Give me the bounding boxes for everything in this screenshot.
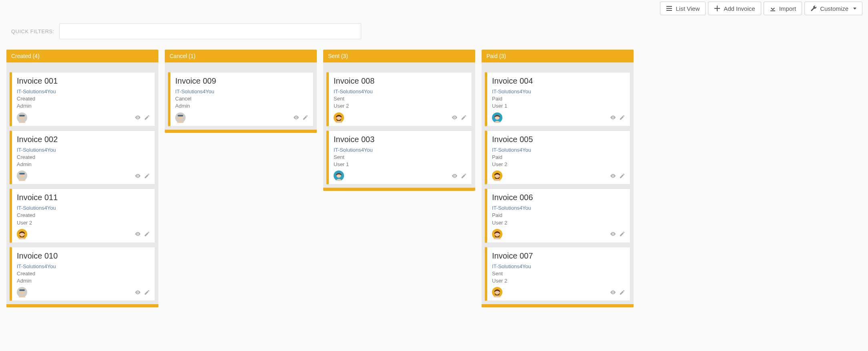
edit-icon[interactable] — [619, 114, 625, 120]
edit-icon[interactable] — [619, 289, 625, 295]
view-icon[interactable] — [610, 114, 616, 120]
card-title: Invoice 007 — [492, 251, 625, 261]
view-icon[interactable] — [452, 114, 458, 120]
card-title: Invoice 008 — [334, 76, 467, 86]
card-organization[interactable]: IT-Solutions4You — [492, 88, 625, 95]
edit-icon[interactable] — [461, 173, 467, 179]
view-icon[interactable] — [135, 114, 141, 120]
card-footer — [492, 287, 625, 297]
view-icon[interactable] — [610, 289, 616, 295]
view-icon[interactable] — [610, 173, 616, 179]
avatar — [17, 287, 27, 297]
invoice-card[interactable]: Invoice 010IT-Solutions4YouCreatedAdmin — [10, 247, 155, 301]
svg-rect-5 — [770, 10, 775, 11]
card-actions — [135, 173, 150, 179]
card-organization[interactable]: IT-Solutions4You — [17, 146, 150, 154]
view-icon[interactable] — [135, 231, 141, 237]
column-body[interactable]: Invoice 004IT-Solutions4YouPaidUser 1Inv… — [482, 62, 634, 304]
invoice-card[interactable]: Invoice 009IT-Solutions4YouCancelAdmin — [168, 72, 314, 126]
card-title: Invoice 005 — [492, 135, 625, 144]
avatar — [17, 112, 27, 123]
column-footer — [323, 188, 475, 191]
import-button[interactable]: Import — [764, 2, 802, 15]
card-actions — [135, 289, 150, 295]
view-icon[interactable] — [135, 173, 141, 179]
card-actions — [452, 114, 467, 120]
card-user: Admin — [17, 161, 150, 168]
view-icon[interactable] — [452, 173, 458, 179]
card-actions — [610, 173, 625, 179]
avatar — [492, 112, 502, 123]
invoice-card[interactable]: Invoice 011IT-Solutions4YouCreatedUser 2 — [10, 189, 155, 243]
card-title: Invoice 004 — [492, 76, 625, 86]
plus-icon — [714, 5, 720, 12]
add-invoice-button[interactable]: Add Invoice — [708, 2, 761, 15]
card-actions — [293, 114, 308, 120]
edit-icon[interactable] — [619, 173, 625, 179]
quick-filters-row: QUICK FILTERS: — [11, 23, 361, 39]
avatar — [334, 112, 344, 123]
column-header: Paid (3) — [482, 50, 634, 62]
edit-icon[interactable] — [619, 231, 625, 237]
kanban-column: Paid (3)Invoice 004IT-Solutions4YouPaidU… — [482, 50, 634, 307]
svg-rect-19 — [178, 115, 183, 116]
card-organization[interactable]: IT-Solutions4You — [334, 88, 467, 95]
edit-icon[interactable] — [461, 114, 467, 120]
column-body[interactable]: Invoice 001IT-Solutions4YouCreatedAdminI… — [6, 62, 158, 304]
customize-button[interactable]: Customize — [804, 2, 862, 15]
invoice-card[interactable]: Invoice 002IT-Solutions4YouCreatedAdmin — [10, 130, 155, 185]
svg-rect-4 — [714, 8, 720, 9]
wrench-icon — [810, 5, 817, 12]
kanban-column: Sent (3)Invoice 008IT-Solutions4YouSentU… — [323, 50, 475, 191]
avatar — [17, 170, 27, 181]
card-organization[interactable]: IT-Solutions4You — [17, 205, 150, 212]
column-body[interactable]: Invoice 009IT-Solutions4YouCancelAdmin — [165, 62, 317, 130]
avatar — [492, 287, 502, 297]
view-icon[interactable] — [610, 231, 616, 237]
view-icon[interactable] — [135, 289, 141, 295]
card-organization[interactable]: IT-Solutions4You — [17, 263, 150, 270]
card-organization[interactable]: IT-Solutions4You — [492, 146, 625, 154]
avatar — [492, 229, 502, 239]
card-title: Invoice 009 — [175, 76, 308, 86]
card-organization[interactable]: IT-Solutions4You — [492, 205, 625, 212]
quick-filters-input[interactable] — [59, 23, 361, 39]
card-user: Admin — [175, 102, 308, 110]
card-title: Invoice 006 — [492, 193, 625, 202]
list-view-button[interactable]: List View — [660, 2, 706, 15]
invoice-card[interactable]: Invoice 001IT-Solutions4YouCreatedAdmin — [10, 72, 155, 126]
card-organization[interactable]: IT-Solutions4You — [175, 88, 308, 95]
edit-icon[interactable] — [144, 231, 150, 237]
svg-rect-8 — [19, 115, 25, 116]
invoice-card[interactable]: Invoice 006IT-Solutions4YouPaidUser 2 — [485, 189, 630, 243]
list-icon — [666, 5, 672, 12]
column-footer — [482, 304, 634, 307]
card-user: User 2 — [492, 219, 625, 227]
view-icon[interactable] — [293, 114, 299, 120]
edit-icon[interactable] — [144, 173, 150, 179]
invoice-card[interactable]: Invoice 007IT-Solutions4YouSentUser 2 — [485, 247, 630, 301]
edit-icon[interactable] — [144, 114, 150, 120]
card-status: Created — [17, 154, 150, 161]
column-body[interactable]: Invoice 008IT-Solutions4YouSentUser 2Inv… — [323, 62, 475, 188]
invoice-card[interactable]: Invoice 005IT-Solutions4YouPaidUser 2 — [485, 130, 630, 185]
customize-label: Customize — [820, 6, 848, 12]
card-organization[interactable]: IT-Solutions4You — [334, 146, 467, 154]
edit-icon[interactable] — [302, 114, 308, 120]
card-user: Admin — [17, 102, 150, 110]
card-organization[interactable]: IT-Solutions4You — [17, 88, 150, 95]
svg-rect-2 — [666, 10, 672, 11]
column-header: Created (4) — [6, 50, 158, 62]
invoice-card[interactable]: Invoice 003IT-Solutions4YouSentUser 1 — [326, 130, 472, 185]
card-status: Sent — [334, 95, 467, 102]
invoice-card[interactable]: Invoice 008IT-Solutions4YouSentUser 2 — [326, 72, 472, 126]
card-actions — [452, 173, 467, 179]
card-organization[interactable]: IT-Solutions4You — [492, 263, 625, 270]
top-toolbar: List View Add Invoice Import Customize — [660, 0, 862, 17]
avatar — [492, 170, 502, 181]
column-footer — [165, 130, 317, 133]
edit-icon[interactable] — [144, 289, 150, 295]
card-footer — [492, 170, 625, 181]
column-header: Cancel (1) — [165, 50, 317, 62]
invoice-card[interactable]: Invoice 004IT-Solutions4YouPaidUser 1 — [485, 72, 630, 126]
